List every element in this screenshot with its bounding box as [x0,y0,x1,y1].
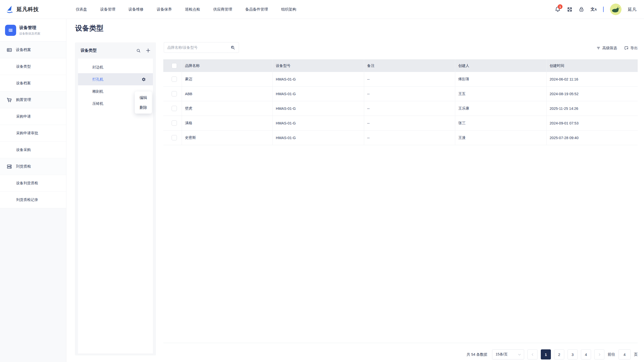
sidebar-item-inspection-records[interactable]: 到货质检记录 [0,192,66,208]
add-type-icon[interactable] [145,48,151,53]
nav-item-equipment-management[interactable]: 设备管理 [100,7,115,12]
page-button-2[interactable]: 2 [554,349,564,359]
row-checkbox[interactable] [172,120,177,126]
row-checkbox[interactable] [172,106,177,111]
cell-creator: 张三 [455,116,547,130]
export-button[interactable]: 导出 [624,46,638,50]
sidebar-item-equipment-purchase[interactable]: 设备采购 [0,142,66,158]
table-row[interactable]: 壁虎 HMAS-01-G -- 王乐康 2025-11-25 14:26 [163,101,638,116]
cell-created-at: 2025-07-28 09:40 [547,131,638,145]
table-row[interactable]: 满格 HMAS-01-G -- 张三 2024-09-01 07:53 [163,116,638,131]
sidebar-item-equipment-archive[interactable]: 设备档案 [0,75,66,92]
nav-item-dashboard[interactable]: 仪表盘 [76,7,87,12]
cell-model: HMAS-01-G [273,131,364,145]
page-size-select[interactable]: 15条/页 [492,349,524,359]
chevron-down-icon [518,353,521,356]
page-button-4[interactable]: 4 [581,349,591,359]
sidebar-item-label: 采购申请审批 [16,131,38,136]
type-item-label: 打孔机 [92,77,103,82]
nav-item-supplier-management[interactable]: 供应商管理 [213,7,232,12]
nav-item-spare-parts[interactable]: 备品备件管理 [245,7,268,12]
footer-divider [163,343,638,343]
type-item-label: 雕刻机 [92,89,103,94]
equipment-type-panel: 设备类型 封边机 打孔机 [75,42,156,355]
translate-icon[interactable]: 文A [591,7,597,11]
sidebar-group-label: 到货质检 [16,164,31,169]
sidebar-group-purchase-management[interactable]: 购置管理 [0,92,66,108]
panel-header: 设备类型 [75,42,156,59]
cell-model: HMAS-01-G [273,101,364,116]
sidebar-item-arrival-inspection[interactable]: 设备到货质检 [0,175,66,192]
sidebar-group-arrival-inspection[interactable]: 到货质检 [0,158,66,175]
cell-remark: -- [364,101,455,116]
lock-icon[interactable] [579,7,584,12]
sidebar: 设备管理 设备数据及档案 设备档案 设备类型 设备档案 购置管理 采购 [0,19,66,362]
navbar-actions: 1 文A 延凡 [555,4,644,15]
row-checkbox[interactable] [172,76,177,82]
brand-name: 延凡科技 [17,6,39,13]
search-box [164,42,239,53]
export-icon [624,46,629,50]
cell-creator: 王五 [455,87,547,101]
gear-icon[interactable] [142,77,146,82]
nav-item-equipment-maintenance[interactable]: 设备保养 [157,7,172,12]
row-checkbox[interactable] [172,91,177,96]
table-row[interactable]: 豪迈 HMAS-01-G -- 傅彭薄 2024-06-02 11:16 [163,72,638,87]
cell-created-at: 2025-11-25 14:26 [547,101,638,116]
notification-badge: 1 [558,4,562,9]
page-title: 设备类型 [75,23,103,33]
cell-brand: 史密斯 [182,131,273,145]
next-page-button[interactable] [594,349,604,359]
fullscreen-icon[interactable] [567,7,572,12]
type-item-edge-banding[interactable]: 封边机 [78,61,153,73]
type-item-drilling[interactable]: 打孔机 [78,73,153,85]
sidebar-group-equipment-archive[interactable]: 设备档案 [0,42,66,58]
select-all-checkbox[interactable] [172,63,177,68]
advanced-filter-button[interactable]: 高级筛选 [596,46,617,50]
nav-item-inspection[interactable]: 巡检点检 [185,7,200,12]
export-label: 导出 [630,46,638,50]
sidebar-item-label: 设备到货质检 [16,181,38,186]
table-toolbar: 高级筛选 导出 [596,44,638,52]
nav-item-equipment-repair[interactable]: 设备维修 [128,7,144,12]
sidebar-item-purchase-request[interactable]: 采购申请 [0,108,66,125]
zoom-search-icon[interactable] [230,45,235,50]
search-icon[interactable] [136,48,141,53]
context-menu-delete[interactable]: 删除 [135,102,152,112]
cell-creator: 王漫 [455,131,547,145]
cell-remark: -- [364,116,455,130]
brand-logo[interactable]: 延凡科技 [0,5,76,14]
column-header-model: 设备型号 [273,59,364,72]
page-button-3[interactable]: 3 [568,349,578,359]
sailboat-logo-icon [5,5,14,14]
column-header-creator: 创建人 [455,59,547,72]
notification-bell-icon[interactable]: 1 [555,6,561,12]
page-button-1[interactable]: 1 [541,349,551,359]
table-row[interactable]: ABB HMAS-01-G -- 王五 2024-08-19 05:52 [163,87,638,101]
column-header-remark: 备注 [364,59,455,72]
app-list-icon [5,25,16,36]
prev-page-button[interactable] [527,349,538,359]
user-avatar[interactable] [610,4,622,15]
nav-item-org-structure[interactable]: 组织架构 [281,7,296,12]
cell-model: HMAS-01-G [273,116,364,130]
type-item-label: 压铸机 [92,101,103,106]
sidebar-item-label: 设备档案 [16,81,31,86]
sidebar-item-equipment-type[interactable]: 设备类型 [0,58,66,75]
sidebar-group-label: 购置管理 [16,97,31,102]
cell-brand: 满格 [182,116,273,130]
server-icon [6,164,12,170]
panel-title: 设备类型 [80,48,136,53]
cell-model: HMAS-01-G [273,87,364,101]
sidebar-app-header: 设备管理 设备数据及档案 [0,19,66,42]
page-size-value: 15条/页 [496,352,507,357]
table-row[interactable]: 史密斯 HMAS-01-G -- 王漫 2025-07-28 09:40 [163,131,638,145]
cell-brand: 豪迈 [182,72,273,86]
context-menu-edit[interactable]: 编辑 [135,93,152,102]
sidebar-item-purchase-approval[interactable]: 采购申请审批 [0,125,66,142]
archive-icon [6,47,12,53]
row-checkbox[interactable] [172,135,177,140]
goto-page-input[interactable] [619,349,631,359]
total-count-label: 共 54 条数据 [467,352,487,357]
search-input[interactable] [167,45,230,49]
